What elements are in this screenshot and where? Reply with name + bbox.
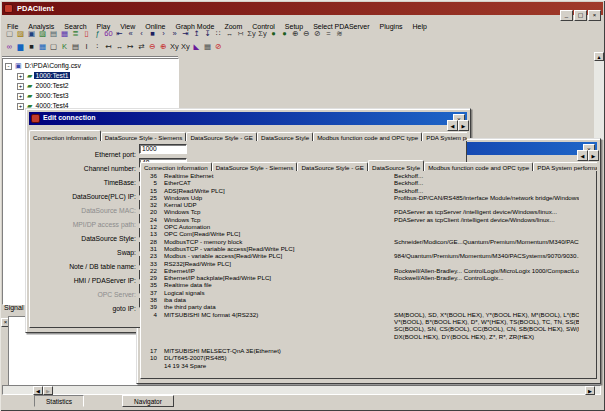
compress-x-icon[interactable]: ∺ [235,28,246,40]
globe2-icon[interactable]: ● [279,28,290,40]
dialog-tab[interactable]: PDA System performanc [422,132,467,141]
xy-plot-icon[interactable]: Xy [169,41,180,53]
function-icon[interactable]: ƒ [92,28,103,40]
seek-start-icon[interactable]: ⇤ [114,28,125,40]
sum-y2-icon[interactable]: Σy [257,28,268,40]
dialog-tab[interactable]: DataSource Style - Siemens [212,162,298,171]
datasource-style-row[interactable]: 15ADS[Read/Write PLC]Beckhoff... [144,187,579,194]
report-icon[interactable]: ▤ [70,41,81,53]
globe-icon[interactable]: ● [268,28,279,40]
bottom-scrollbar[interactable]: ◀ ▶ ▶ [2,385,601,395]
datasource-style-row[interactable]: SC(BOOL), SN, CS(BOOL), CC(BOOL), CN, SB… [144,325,579,332]
stop-acquisition-icon[interactable]: ⊘ [213,41,224,53]
datasource-style-row[interactable]: 12OPC Automation [144,223,579,230]
main-scrollbar[interactable]: ▲ [594,52,604,140]
tree-item[interactable]: +▰1000:Test1 [17,71,178,81]
datasource-style-row[interactable]: DX(BOOL HEX), DY(BOOL HEX), Z*, R*, ZR(H… [144,333,579,340]
datasource-style-row[interactable]: 39the third party data [144,303,579,310]
dialog-tab[interactable]: DataSource Style - GE [297,162,368,171]
tab-statistics[interactable]: Statistics [34,395,84,407]
scroll-right-far-icon[interactable]: ▶ [585,386,595,395]
save-icon[interactable]: ▣ [26,28,37,40]
tree-root-label[interactable]: D:\PDA\Config.csv [24,62,82,69]
fast-rewind-icon[interactable]: « [125,28,136,40]
dialog-tab[interactable]: Modbus function code and OPC type [424,162,533,171]
tab-scroll-right-icon[interactable]: ▶ [458,120,469,131]
layout-grid-icon[interactable]: ▦ [202,41,213,53]
tab-scroll-left-icon[interactable]: ◀ [447,120,458,131]
field-input[interactable]: 1000 [139,144,187,154]
degree-icon[interactable]: 60 [103,28,114,40]
cursor-dots-icon[interactable]: ∶ [92,41,103,53]
record-page-icon[interactable]: ▯ [81,28,92,40]
datasource-style-row[interactable]: 37Logical signals [144,289,579,296]
tab-scroll-right-icon[interactable]: ▶ [588,150,599,161]
datasource-style-row[interactable]: 23Modbus - variable access[Read/Write PL… [144,252,579,259]
datasource-style-row[interactable]: 31ModbusTCP - variable access[Read/Write… [144,245,579,252]
seek-end-icon[interactable]: ⇥ [180,28,191,40]
dialog-tab[interactable]: PDA System performanc [533,162,597,171]
dialog-tab[interactable]: Modbus function code and OPC type [313,132,422,141]
step-forward-icon[interactable]: › [158,28,169,40]
tree-item-label[interactable]: 2000:Test2 [34,82,69,89]
dialog-tab[interactable]: DataSource Style [368,160,424,171]
grid-dots-icon[interactable]: ∷ [213,28,224,40]
equals-icon[interactable]: = [323,28,334,40]
signal-tree-icon[interactable]: ≣ [70,28,81,40]
new-file-icon[interactable]: ▢ [4,28,15,40]
datasource-style-row[interactable]: 35Realtime data file [144,281,579,288]
scroll-left-icon[interactable]: ◀ [33,386,43,395]
datasource-style-row[interactable]: 13OPC Com[Read/Write PLC] [144,230,579,237]
scroll-up-icon[interactable]: ▲ [594,52,604,61]
datasource-style-row[interactable]: 25Windows UdpProfibus-DP/CAN/RS485/inter… [144,194,579,201]
solid-view-icon[interactable]: ■ [26,41,37,53]
sum-y1-icon[interactable]: Σy [246,28,257,40]
datasource-style-row[interactable]: 28ModbusTCP - memory blockSchneider/Modi… [144,238,579,245]
page-down-icon[interactable]: ↧ [202,28,213,40]
open-config-icon[interactable]: ▨ [37,28,48,40]
dialog-tab[interactable]: Connection information [29,130,101,141]
span-left-icon[interactable]: ↤ [103,41,114,53]
tree-expand-box[interactable]: + [17,73,24,80]
datasource-style-row[interactable]: 5EtherCATBeckhoff... [144,179,579,186]
datasource-style-row[interactable]: 17MITSUBISHI MELSECT-QnA 3E(Ethernet) [144,347,579,354]
tree-item-label[interactable]: 1000:Test1 [34,72,69,79]
datasource-style-row[interactable] [144,340,579,347]
datasource-style-row[interactable]: 29Ethernet/IP backplate[Read/Write PLC]R… [144,274,579,281]
datasource-style-row[interactable]: 36Realtime EthernetBeckhoff... [144,172,579,179]
balance-icon[interactable]: ≋ [334,28,345,40]
k-view-icon[interactable]: K [59,41,70,53]
link-panes-icon[interactable]: ∞ [4,41,15,53]
datasource-style-row[interactable]: 22Ethernet/IPRockwell/Allen-Bradley... C… [144,267,579,274]
add-signal-icon[interactable]: ⊕ [158,41,169,53]
page-up-icon[interactable]: ↥ [191,28,202,40]
step-back-icon[interactable]: ‹ [136,28,147,40]
fast-forward-icon[interactable]: » [169,28,180,40]
tree-collapse-box[interactable]: - [5,63,12,70]
window-view-icon[interactable]: ▢ [48,41,59,53]
export-icon[interactable]: ▦ [59,28,70,40]
dialog-tab[interactable]: DataSource Style - Siemens [101,132,187,141]
xy-plot2-icon[interactable]: Xy [180,41,191,53]
tab-scroll-left-icon[interactable]: ◀ [577,150,588,161]
zoom-in-icon[interactable]: ⊕ [290,28,301,40]
tree-item[interactable]: +▰3000:Test3 [17,91,178,101]
datasource-style-row[interactable]: V*(BOOL), B*(BOOL HEX), D*, W*(HEX), TS(… [144,318,579,325]
datasource-style-row[interactable]: 24Windows TcpPDAServer as tcpClient /int… [144,216,579,223]
dialog-tab[interactable]: DataSource Style [257,132,313,141]
zoom-out-icon[interactable]: ⊖ [301,28,312,40]
tree-item-label[interactable]: 3000:Test3 [34,92,69,99]
datasource-style-row[interactable]: 20Windows TcpPDAServer as tcpServer /int… [144,208,579,215]
dialog-tab[interactable]: DataSource Style - GE [186,132,257,141]
datasource-style-row[interactable]: 14 19 34 Spare [144,362,579,369]
span-x-icon[interactable]: ↔ [114,41,125,53]
tree-item[interactable]: +▰2000:Test2 [17,81,178,91]
expand-x-icon[interactable]: ↔ [224,28,235,40]
zoom-reset-icon[interactable]: ⊘ [312,28,323,40]
remove-signal-icon[interactable]: ⊖ [147,41,158,53]
datasource-style-row[interactable]: 33RS232[Read/Write PLC] [144,260,579,267]
stats-chart-icon[interactable]: ◣ [191,41,202,53]
tree-expand-box[interactable]: + [17,83,24,90]
stop-icon[interactable]: ■ [147,28,158,40]
datasource-style-row[interactable]: 4MITSUBISHI MC format 4(RS232)SM(BOOL), … [144,311,579,318]
